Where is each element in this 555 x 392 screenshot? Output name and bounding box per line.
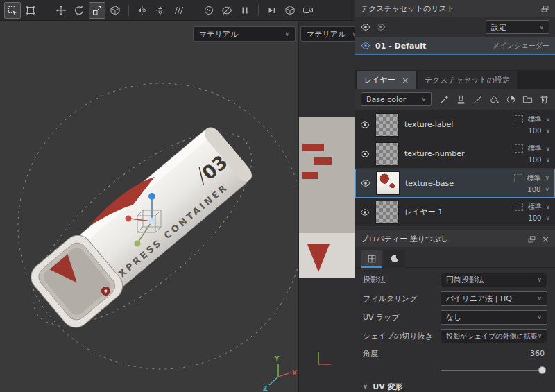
blend-mode-value[interactable]: 標準 — [527, 144, 541, 153]
layer-row[interactable]: texture-label 標準 ∨ 100 ∨ — [355, 110, 555, 139]
layer-thumbnail[interactable] — [375, 113, 399, 137]
viewport-3d[interactable]: マテリアル ∨ EX — [0, 21, 298, 392]
red-texture-mark — [302, 144, 324, 151]
play-step-button-icon[interactable] — [264, 2, 280, 19]
slider-handle[interactable] — [538, 366, 546, 374]
camera-button-icon[interactable] — [300, 2, 316, 19]
opacity-value[interactable]: 100 — [527, 186, 540, 194]
filtering-dropdown[interactable]: バイリニア法 | HQ ∨ — [441, 291, 547, 306]
pause-button-icon[interactable] — [237, 2, 253, 19]
warp-transform-tool-icon[interactable] — [22, 2, 39, 19]
layer-name[interactable]: texture-label — [404, 120, 509, 129]
angle-slider[interactable] — [441, 366, 546, 375]
angle-value[interactable]: 360 — [530, 349, 547, 358]
projection-dropdown[interactable]: 円筒投影法 ∨ — [441, 273, 547, 287]
gizmo-center-handle[interactable] — [148, 218, 155, 224]
gizmo-y-handle[interactable] — [135, 241, 141, 247]
tab-texture-set-settings-label: テクスチャセットの設定 — [425, 75, 510, 85]
shape-crop-dropdown[interactable]: 投影がシェイプの外側に拡張 ∨ — [441, 329, 547, 343]
blend-mode-value[interactable]: 標準 — [527, 114, 541, 124]
layer-name[interactable]: texture-number — [404, 149, 509, 158]
layer-visibility-eye-icon[interactable] — [360, 207, 370, 217]
perspective-cube-tool-icon[interactable] — [107, 2, 123, 19]
brush-icon[interactable] — [472, 94, 483, 105]
layer-name[interactable]: レイヤー 1 — [404, 207, 509, 217]
layer-action-icons — [439, 94, 549, 105]
eye-icon[interactable] — [361, 22, 370, 32]
stamp-icon[interactable] — [456, 94, 466, 105]
layer-row-selected[interactable]: texture-base 標準 ∨ 100 ∨ — [355, 169, 555, 198]
move-tool-icon[interactable] — [53, 2, 69, 19]
gizmo-z-handle[interactable] — [148, 193, 155, 200]
chevron-down-icon: ∨ — [545, 117, 550, 123]
chevron-down-icon: ∨ — [537, 277, 542, 283]
smart-material-wand-icon[interactable] — [439, 94, 450, 105]
settings-dropdown[interactable]: 設定 ∨ — [486, 20, 549, 34]
red-triangle-mark — [307, 244, 330, 272]
channel-dropdown[interactable]: Base color ∨ — [361, 92, 432, 106]
properties-tabs — [355, 247, 555, 268]
opacity-value[interactable]: 100 — [528, 156, 541, 164]
layer-thumbnail[interactable] — [376, 171, 400, 195]
marquee-select-tool-icon[interactable] — [4, 2, 21, 19]
layer-name[interactable]: texture-base — [405, 179, 509, 188]
layer-row[interactable]: レイヤー 1 標準 ∨ 100 ∨ — [355, 198, 555, 227]
trash-icon[interactable] — [539, 94, 549, 105]
mask-placeholder[interactable] — [514, 174, 522, 182]
axis-x-label: X — [292, 370, 297, 377]
material-mode-dropdown-2d[interactable]: マテリアル ∨ — [300, 26, 355, 42]
opacity-value[interactable]: 100 — [528, 214, 541, 222]
uv-wrap-dropdown[interactable]: なし ∨ — [441, 310, 547, 325]
blend-mode-value[interactable]: 標準 — [527, 202, 541, 212]
mirror-horizontal-tool-icon[interactable] — [134, 2, 151, 19]
mask-placeholder[interactable] — [515, 115, 523, 123]
close-tab-icon[interactable]: × — [402, 76, 409, 85]
red-texture-mark — [314, 157, 332, 165]
mirror-vertical-tool-icon[interactable] — [152, 2, 169, 19]
close-panel-icon[interactable]: × — [542, 235, 549, 244]
opacity-value[interactable]: 100 — [528, 127, 541, 135]
material-mode-dropdown-3d[interactable]: マテリアル ∨ — [193, 26, 296, 42]
layer-visibility-eye-icon[interactable] — [360, 149, 370, 159]
effect-pie-icon[interactable] — [506, 94, 516, 105]
texture-set-item[interactable]: 01 - Default メインシェーダー — [355, 37, 555, 55]
gizmo-x-handle[interactable] — [126, 216, 132, 222]
uv-transform-section[interactable]: ∨ UV 変形 — [355, 376, 555, 392]
layer-controls: 標準 ∨ 100 ∨ — [515, 114, 550, 135]
hide-visibility-tool-icon[interactable] — [219, 2, 235, 19]
layer-row[interactable]: texture-number 標準 ∨ 100 ∨ — [355, 139, 555, 169]
eye-secondary-icon[interactable] — [376, 22, 386, 32]
float-panel-icon[interactable] — [527, 235, 536, 244]
layer-thumbnail[interactable] — [375, 201, 399, 224]
lighting-moon-tab[interactable] — [384, 250, 405, 268]
angle-label: 角度 — [363, 348, 441, 359]
blend-mode-value[interactable]: 標準 — [527, 173, 540, 183]
layer-controls: 標準 ∨ 100 ∨ — [514, 173, 549, 194]
left-region: マテリアル ∨ EX — [0, 0, 355, 392]
layer-visibility-eye-icon[interactable] — [360, 120, 370, 130]
layer-thumbnail[interactable] — [375, 142, 399, 166]
axis-z-label: Z — [263, 385, 268, 392]
disable-circle-tool-icon[interactable] — [200, 2, 217, 19]
chevron-down-icon: ∨ — [537, 296, 542, 302]
container-model[interactable]: EXPRESS CONTAINER 03 — [26, 121, 258, 333]
viewport-2d[interactable]: マテリアル ∨ — [298, 21, 355, 392]
uv-transform-label: UV 変形 — [373, 382, 402, 392]
tab-layers[interactable]: レイヤー × — [357, 71, 416, 89]
folder-icon[interactable] — [522, 94, 533, 105]
eye-icon[interactable] — [361, 41, 370, 51]
float-panel-icon[interactable] — [540, 4, 549, 13]
material-view-tab[interactable] — [361, 250, 382, 268]
tab-texture-set-settings[interactable]: テクスチャセットの設定 — [418, 71, 517, 89]
geometry-cube-button-icon[interactable] — [282, 2, 298, 19]
properties-header: プロパティー 塗りつぶし × — [355, 230, 555, 247]
mask-placeholder[interactable] — [515, 203, 523, 211]
mask-placeholder[interactable] — [515, 144, 523, 153]
fill-bucket-icon[interactable] — [489, 94, 500, 105]
layer-visibility-eye-icon[interactable] — [361, 178, 370, 188]
rotate-tool-icon[interactable] — [71, 2, 87, 19]
panel-tabs: レイヤー × テクスチャセットの設定 — [355, 70, 555, 89]
chevron-down-icon: ∨ — [539, 24, 544, 31]
scale-tool-icon[interactable] — [89, 2, 105, 19]
hatching-tool-icon[interactable] — [170, 2, 187, 19]
